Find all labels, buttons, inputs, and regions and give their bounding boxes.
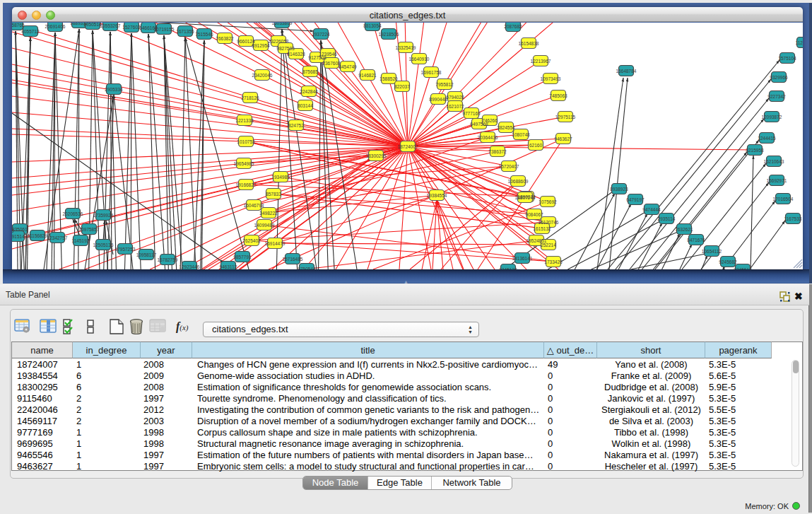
svg-text:7663822: 7663822: [216, 36, 234, 41]
svg-text:10973493: 10973493: [541, 76, 561, 81]
svg-text:19166827: 19166827: [236, 182, 257, 187]
svg-text:16640910: 16640910: [409, 57, 430, 62]
svg-text:3498222: 3498222: [259, 211, 278, 216]
svg-text:7955812: 7955812: [435, 82, 454, 87]
svg-text:1733426: 1733426: [544, 259, 563, 264]
svg-text:16120746: 16120746: [539, 220, 559, 225]
svg-text:1010753: 1010753: [237, 139, 255, 144]
svg-text:2087682: 2087682: [504, 24, 522, 29]
svg-text:15692971: 15692971: [767, 178, 787, 183]
svg-text:3824554: 3824554: [497, 125, 515, 130]
svg-text:2367608: 2367608: [322, 61, 341, 66]
svg-text:8146328: 8146328: [287, 52, 305, 57]
svg-text:20691406: 20691406: [45, 24, 66, 29]
svg-text:10958117: 10958117: [136, 252, 157, 257]
svg-text:1615132: 1615132: [533, 226, 551, 231]
svg-text:8912954: 8912954: [252, 43, 270, 48]
svg-text:252214: 252214: [541, 243, 556, 247]
svg-text:1221338: 1221338: [235, 118, 254, 123]
svg-text:7386372: 7386372: [488, 149, 507, 154]
svg-text:7625402: 7625402: [242, 238, 261, 243]
svg-text:12342757: 12342757: [47, 235, 68, 240]
svg-text:16782759: 16782759: [158, 257, 178, 262]
svg-text:9827503: 9827503: [276, 46, 295, 51]
svg-text:822037: 822037: [394, 84, 410, 89]
svg-text:1671355: 1671355: [176, 29, 194, 34]
svg-text:1167533: 1167533: [784, 216, 802, 221]
svg-text:19384554: 19384554: [427, 193, 447, 198]
svg-text:824752: 824752: [288, 123, 304, 128]
svg-text:9329966: 9329966: [770, 75, 788, 80]
svg-text:1588520: 1588520: [379, 76, 398, 81]
svg-text:18300295: 18300295: [366, 153, 387, 158]
svg-text:835061: 835061: [12, 227, 28, 232]
svg-text:8454749: 8454749: [339, 64, 357, 69]
svg-text:17957253: 17957253: [115, 247, 136, 252]
svg-text:10975857: 10975857: [79, 227, 100, 232]
svg-text:2718126: 2718126: [241, 95, 259, 100]
svg-text:10688609: 10688609: [508, 179, 529, 184]
svg-text:7515546: 7515546: [195, 32, 213, 37]
svg-text:10654112: 10654112: [702, 249, 722, 254]
svg-text:6479197: 6479197: [626, 197, 645, 202]
svg-text:15716485: 15716485: [283, 257, 303, 262]
svg-text:2242844: 2242844: [300, 89, 318, 94]
svg-text:17359924: 17359924: [93, 213, 114, 218]
svg-text:2937224: 2937224: [312, 32, 330, 37]
svg-text:17016504: 17016504: [773, 197, 794, 201]
svg-text:16154838: 16154838: [519, 41, 539, 46]
svg-text:23226058: 23226058: [269, 39, 289, 44]
svg-text:16961758: 16961758: [421, 70, 442, 75]
svg-text:1122783: 1122783: [796, 40, 803, 45]
svg-text:19218506: 19218506: [379, 32, 399, 37]
svg-text:1239546: 1239546: [319, 52, 337, 57]
svg-text:23420046: 23420046: [252, 73, 273, 78]
svg-text:8471676: 8471676: [687, 238, 705, 243]
svg-text:8938923: 8938923: [610, 187, 628, 192]
svg-text:9245122: 9245122: [499, 267, 517, 270]
svg-text:1934985: 1934985: [271, 175, 290, 180]
svg-text:9245612: 9245612: [734, 267, 752, 270]
svg-text:9245682: 9245682: [719, 259, 737, 264]
svg-text:2905334: 2905334: [105, 87, 123, 92]
svg-text:9777169: 9777169: [462, 111, 481, 116]
svg-text:10719155: 10719155: [154, 27, 175, 32]
svg-text:9474444: 9474444: [642, 207, 661, 212]
svg-text:19654985: 19654985: [234, 161, 254, 166]
svg-text:12213967: 12213967: [531, 59, 551, 64]
svg-text:857833: 857833: [266, 192, 281, 197]
svg-text:10553267: 10553267: [100, 23, 121, 28]
svg-text:9084067: 9084067: [525, 212, 543, 217]
svg-text:20206536: 20206536: [63, 211, 83, 216]
svg-text:9463112: 9463112: [220, 264, 237, 269]
svg-text:9227342: 9227342: [767, 94, 786, 99]
svg-text:9750544: 9750544: [298, 267, 316, 270]
svg-text:18724007: 18724007: [398, 144, 418, 149]
svg-text:14099489: 14099489: [254, 223, 275, 228]
svg-text:8813054: 8813054: [363, 23, 382, 28]
svg-text:1080748: 1080748: [512, 132, 530, 137]
svg-text:8990448: 8990448: [429, 97, 447, 102]
svg-text:746266: 746266: [482, 118, 498, 123]
svg-text:13325419: 13325419: [396, 45, 416, 50]
svg-text:16914479: 16914479: [265, 241, 286, 246]
svg-text:9857791: 9857791: [233, 255, 252, 259]
svg-text:1575104: 1575104: [778, 56, 796, 61]
svg-text:20364436: 20364436: [478, 135, 498, 140]
svg-text:16648784: 16648784: [616, 69, 637, 74]
svg-text:1145193: 1145193: [72, 238, 90, 243]
svg-text:8215958: 8215958: [746, 148, 764, 153]
svg-text:2935114: 2935114: [658, 216, 676, 221]
svg-text:16210643: 16210643: [764, 159, 784, 164]
svg-text:15720407: 15720407: [499, 164, 519, 169]
svg-text:7632621: 7632621: [675, 227, 693, 232]
svg-text:16046798: 16046798: [244, 203, 264, 208]
svg-text:62160: 62160: [529, 143, 542, 148]
svg-text:18807249: 18807249: [515, 195, 536, 200]
svg-text:12505135: 12505135: [93, 243, 114, 247]
svg-text:9146821: 9146821: [358, 73, 377, 78]
svg-text:1244415: 1244415: [758, 136, 776, 141]
svg-text:11156829: 11156829: [28, 233, 47, 238]
svg-text:14136141: 14136141: [512, 256, 533, 261]
svg-text:875685: 875685: [302, 69, 318, 74]
